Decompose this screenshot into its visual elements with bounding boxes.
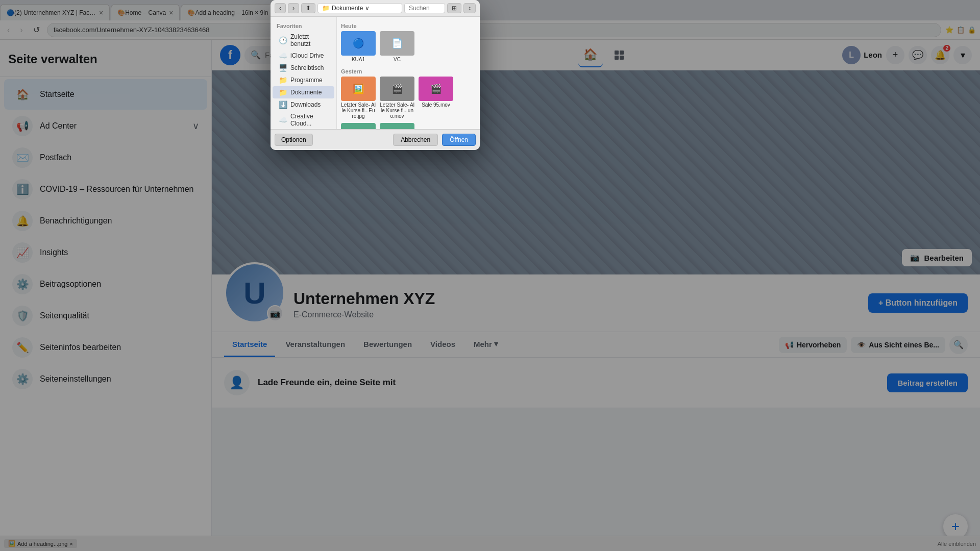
fp-downloads-icon: ⬇️ [279,101,287,109]
fp-file-kua1[interactable]: 🔵 KUA1 [341,31,376,62]
fp-file-kua1-name: KUA1 [352,57,365,62]
fp-file-sale95-name: Sale 95.mov [422,102,450,108]
fp-file-sale-jpg-name: Letzter Sale- Alle Kurse fi...Euro.jpg [341,102,376,119]
fp-item-downloads[interactable]: ⬇️ Downloads [273,98,334,111]
fp-file-sale-jpg[interactable]: 🖼️ Letzter Sale- Alle Kurse fi...Euro.jp… [341,77,376,119]
fp-dokumente-icon: 📁 [279,88,287,96]
fp-heute-files: 🔵 KUA1 📄 VC [341,31,476,62]
fp-item-icloud[interactable]: ☁️ iCloud Drive [273,49,334,62]
file-picker-overlay[interactable]: ‹ › ⬆ 📁 Dokumente ∨ ⊞ ↕ Favoriten 🕐 Zule… [0,0,980,551]
fp-favoriten-section: Favoriten 🕐 Zuletzt benutzt ☁️ iCloud Dr… [271,21,336,129]
folder-icon: 📁 [322,5,330,12]
fp-open-button[interactable]: Öffnen [442,134,476,146]
fp-gestern-files: 🖼️ Letzter Sale- Alle Kurse fi...Euro.jp… [341,77,476,129]
fp-file-tuuzxxx-thumb: 📁 [380,123,414,129]
fp-item-dokumente[interactable]: 📁 Dokumente [273,86,334,98]
fp-forward-btn[interactable]: › [288,3,299,13]
fp-file-vc-thumb: 📄 [380,31,414,56]
fp-item-programme[interactable]: 📁 Programme [273,74,334,86]
fp-sort-btn[interactable]: ↕ [463,3,476,13]
fp-dokumente-label: Dokumente [290,89,322,96]
fp-zuletzt-label: Zuletzt benutzt [290,33,328,47]
fp-cancel-button[interactable]: Abbrechen [393,134,438,146]
fp-item-schreibtisch[interactable]: 🖥️ Schreibtisch [273,62,334,74]
fp-file-sale-mov-name: Letzter Sale- Alle Kurse fi...uno.mov [380,102,414,119]
fp-programme-label: Programme [290,77,323,84]
fp-main: Favoriten 🕐 Zuletzt benutzt ☁️ iCloud Dr… [271,17,480,129]
fp-bottom: Optionen Abbrechen Öffnen [271,129,480,150]
fp-file-vc[interactable]: 📄 VC [380,31,414,62]
fp-file-sale-mov-thumb: 🎬 [380,77,414,101]
fp-file-sale-jpg-thumb: 🖼️ [341,77,376,101]
fp-toolbar: ‹ › ⬆ 📁 Dokumente ∨ ⊞ ↕ [271,0,480,17]
fp-view-btn[interactable]: ⊞ [447,3,461,13]
fp-file-tuu-thumb: 📁 [341,123,376,129]
fp-gestern-header: Gestern [341,66,476,77]
fp-heute-header: Heute [341,21,476,31]
fp-item-zuletzt[interactable]: 🕐 Zuletzt benutzt [273,31,334,49]
fp-search-input[interactable] [404,3,445,13]
fp-file-kua1-thumb: 🔵 [341,31,376,56]
fp-programme-icon: 📁 [279,76,287,84]
fp-creative-label: Creative Cloud... [290,113,328,127]
fp-file-tuuzxxx[interactable]: 📁 tuuZxxx [380,123,414,129]
fp-current-path: Dokumente [332,5,363,12]
fp-schreibtisch-label: Schreibtisch [290,64,324,71]
fp-content: Heute 🔵 KUA1 📄 VC Gestern 🖼️ [337,17,480,129]
fp-options-button[interactable]: Optionen [275,134,313,146]
fp-back-btn[interactable]: ‹ [275,3,286,13]
fp-file-sale95-thumb: 🎬 [419,77,453,101]
fp-file-sale-mov[interactable]: 🎬 Letzter Sale- Alle Kurse fi...uno.mov [380,77,414,119]
fp-item-creative[interactable]: ☁️ Creative Cloud... [273,111,334,129]
fp-path-chevron: ∨ [365,5,370,12]
fp-schreibtisch-icon: 🖥️ [279,64,287,72]
fp-zuletzt-icon: 🕐 [279,36,287,44]
fp-action-buttons: Abbrechen Öffnen [393,134,476,146]
fp-sidebar: Favoriten 🕐 Zuletzt benutzt ☁️ iCloud Dr… [271,17,337,129]
file-picker: ‹ › ⬆ 📁 Dokumente ∨ ⊞ ↕ Favoriten 🕐 Zule… [271,0,480,150]
fp-creative-icon: ☁️ [279,116,287,124]
fp-favoriten-title: Favoriten [271,21,336,31]
fp-up-btn[interactable]: ⬆ [301,3,315,13]
fp-icloud-icon: ☁️ [279,52,287,60]
fp-file-sale95[interactable]: 🎬 Sale 95.mov [419,77,453,119]
fp-path-bar: 📁 Dokumente ∨ [317,3,402,13]
fp-file-vc-name: VC [394,57,401,62]
fp-icloud-label: iCloud Drive [290,52,324,59]
fp-file-tuu[interactable]: 📁 tuu [341,123,376,129]
fp-downloads-label: Downloads [290,101,321,108]
